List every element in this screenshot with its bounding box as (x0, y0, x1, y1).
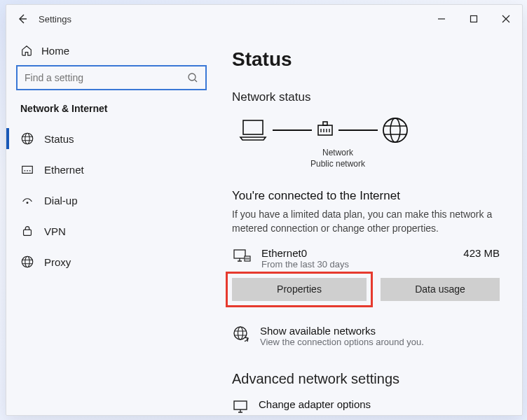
data-usage-label: Data usage (415, 284, 465, 295)
connected-description: If you have a limited data plan, you can… (232, 207, 500, 236)
nav-label: Status (44, 133, 74, 145)
page-title: Status (232, 48, 500, 71)
svg-rect-4 (22, 166, 33, 173)
diagram-sublabel: Public network (306, 159, 369, 170)
svg-point-8 (25, 256, 29, 267)
adapter-sub: From the last 30 days (261, 259, 453, 270)
close-icon (502, 15, 510, 23)
search-box[interactable] (16, 65, 207, 90)
properties-label: Properties (277, 284, 322, 295)
nav-label: Ethernet (44, 164, 84, 176)
window-controls (425, 5, 522, 33)
svg-point-17 (238, 327, 243, 340)
nav-vpn[interactable]: VPN (16, 216, 207, 246)
home-label: Home (41, 45, 69, 57)
network-status-heading: Network status (232, 90, 500, 104)
network-diagram (236, 115, 500, 145)
data-usage-button[interactable]: Data usage (381, 278, 500, 301)
advanced-heading: Advanced network settings (232, 371, 500, 387)
nav-proxy[interactable]: Proxy (16, 247, 207, 276)
adapter-row: Ethernet0 From the last 30 days 423 MB (232, 247, 500, 270)
available-title: Show available networks (260, 325, 424, 337)
diagram-line (338, 130, 378, 131)
svg-point-3 (25, 133, 29, 144)
nav-list: Status Ethernet Dial-up VPN Proxy (16, 124, 207, 276)
nav-label: Dial-up (44, 195, 78, 206)
vpn-icon (20, 224, 34, 238)
home-link[interactable]: Home (16, 38, 207, 65)
laptop-icon (236, 116, 270, 144)
nav-ethernet[interactable]: Ethernet (16, 155, 207, 184)
close-button[interactable] (490, 5, 522, 33)
network-adapter-icon (315, 120, 336, 141)
svg-point-12 (383, 118, 407, 142)
connection-status: You're connected to the Internet If you … (232, 189, 500, 236)
svg-rect-18 (234, 401, 247, 410)
diagram-caption: Network Public network (306, 148, 369, 169)
svg-rect-9 (243, 120, 263, 134)
titlebar: Settings (6, 5, 522, 33)
minimize-button[interactable] (425, 5, 458, 33)
dialup-icon (20, 193, 34, 207)
change-adapter-options[interactable]: Change adapter options (232, 398, 500, 415)
adapter-usage: 423 MB (463, 247, 500, 259)
main-content: Status Network status Network Public net… (217, 33, 522, 415)
diagram-label: Network (306, 148, 369, 159)
connected-title: You're connected to the Internet (232, 189, 500, 203)
globe-arrow-icon (232, 325, 250, 343)
svg-point-2 (22, 133, 32, 144)
sidebar: Home Network & Internet Status Ethernet (6, 33, 217, 415)
home-icon (20, 44, 33, 57)
diagram-network-node (315, 120, 336, 141)
ethernet-icon (20, 162, 34, 176)
properties-button[interactable]: Properties (232, 278, 367, 301)
svg-point-5 (27, 202, 29, 204)
pc-ethernet-icon (232, 247, 252, 267)
nav-dialup[interactable]: Dial-up (16, 186, 207, 215)
svg-rect-11 (323, 122, 327, 125)
svg-point-1 (189, 74, 196, 80)
search-icon (187, 72, 198, 83)
svg-point-7 (22, 256, 32, 267)
svg-rect-6 (24, 230, 32, 235)
svg-rect-0 (471, 16, 477, 22)
nav-label: Proxy (44, 256, 71, 268)
available-sub: View the connection options around you. (260, 337, 424, 347)
svg-rect-14 (234, 250, 245, 258)
back-button[interactable] (6, 13, 39, 24)
diagram-line (273, 130, 312, 131)
minimize-icon (437, 15, 446, 23)
maximize-button[interactable] (458, 5, 490, 33)
globe-large-icon (381, 115, 410, 145)
change-adapter-label: Change adapter options (259, 398, 371, 410)
window-title: Settings (39, 14, 71, 24)
adapter-buttons: Properties Data usage (232, 278, 500, 301)
arrow-left-icon (17, 13, 28, 24)
nav-label: VPN (44, 225, 66, 237)
svg-rect-10 (318, 125, 332, 135)
globe-icon (20, 132, 34, 146)
search-input[interactable] (25, 72, 187, 83)
monitor-icon (232, 398, 249, 415)
proxy-icon (20, 255, 34, 269)
category-header: Network & Internet (20, 103, 207, 114)
adapter-name: Ethernet0 (261, 247, 453, 259)
maximize-icon (470, 15, 478, 23)
highlight-box: Properties (226, 272, 373, 307)
svg-point-13 (390, 118, 400, 142)
settings-window: Settings Home Network & Internet Status (6, 4, 523, 416)
show-available-networks[interactable]: Show available networks View the connect… (232, 325, 500, 347)
nav-status[interactable]: Status (16, 124, 207, 153)
